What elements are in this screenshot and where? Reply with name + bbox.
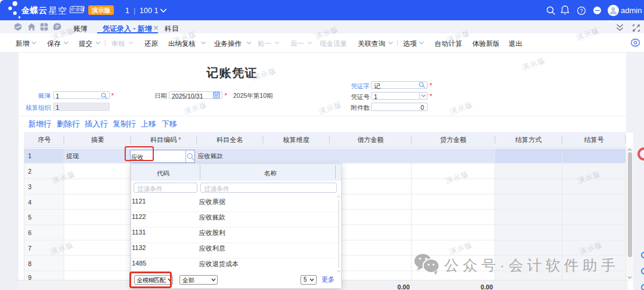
svg-text:?: ?: [580, 8, 583, 14]
